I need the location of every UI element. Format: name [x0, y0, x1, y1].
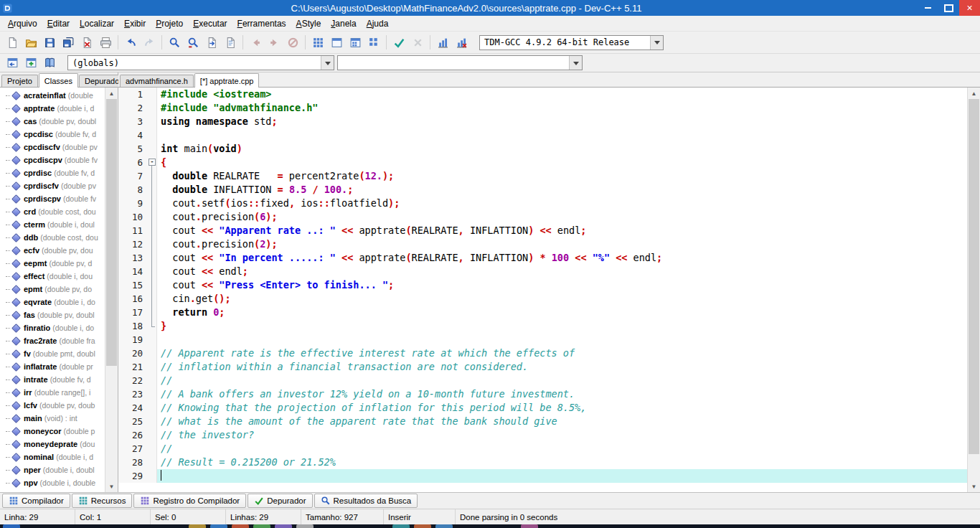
line-number[interactable]: 2: [118, 101, 147, 115]
code-line[interactable]: 28// Result = 0.215200 or 21.52%: [118, 456, 967, 469]
code-line[interactable]: 18}: [118, 319, 967, 333]
code-line[interactable]: 27//: [118, 442, 967, 456]
menu-ajuda[interactable]: Ajuda: [362, 17, 394, 30]
editor-scrollbar[interactable]: ▲▼: [967, 88, 980, 492]
line-number[interactable]: 10: [118, 210, 147, 224]
code-text[interactable]: return 0;: [157, 306, 967, 319]
line-number[interactable]: 13: [118, 251, 147, 265]
line-number[interactable]: 4: [118, 128, 147, 142]
taskbar[interactable]: [0, 524, 980, 528]
tab-registro-do-compilador[interactable]: Registro do Compilador: [133, 494, 246, 508]
taskbar-icon[interactable]: [275, 524, 292, 528]
menu-executar[interactable]: Executar: [188, 17, 232, 30]
code-line[interactable]: 14 cout << endl;: [118, 265, 967, 278]
class-item[interactable]: effect(double i, dou: [0, 270, 105, 283]
taskbar-icon[interactable]: [296, 524, 314, 528]
line-number[interactable]: 27: [118, 442, 147, 456]
chevron-down-icon[interactable]: [650, 36, 663, 50]
class-item[interactable]: ddb(double cost, dou: [0, 231, 105, 244]
code-text[interactable]: int main(void): [157, 142, 967, 156]
code-text[interactable]: {: [157, 156, 967, 169]
code-line[interactable]: 9 cout.setf(ios::fixed, ios::floatfield)…: [118, 197, 967, 210]
code-line[interactable]: 26// the investor?: [118, 428, 967, 442]
chevron-down-icon[interactable]: [321, 56, 334, 70]
goto-line-button[interactable]: [202, 34, 221, 51]
line-number[interactable]: 25: [118, 415, 147, 428]
menu-projeto[interactable]: Projeto: [151, 17, 188, 30]
class-list-scrollbar[interactable]: ▲▼: [105, 88, 118, 492]
menu-astyle[interactable]: AStyle: [291, 17, 326, 30]
abort-compile-button[interactable]: [408, 34, 427, 51]
open-button[interactable]: [22, 34, 40, 51]
code-line[interactable]: 22//: [118, 374, 967, 387]
code-line[interactable]: 25// what is the amount of the apparent …: [118, 415, 967, 428]
class-item[interactable]: acrateinflat(double: [0, 89, 105, 102]
line-number[interactable]: 18: [118, 319, 147, 333]
scroll-down-button[interactable]: ▼: [105, 481, 118, 492]
code-line[interactable]: 6-{: [118, 156, 967, 169]
class-item[interactable]: cterm(double i, doul: [0, 218, 105, 231]
close-button[interactable]: ×: [959, 0, 980, 16]
back-button[interactable]: [246, 34, 265, 51]
tab-resultados-da-busca[interactable]: Resultados da Busca: [314, 494, 418, 508]
taskbar-icon[interactable]: [210, 524, 227, 528]
code-text[interactable]: #include <iostream>: [157, 88, 967, 101]
class-item[interactable]: moneycor(double p: [0, 425, 105, 438]
code-text[interactable]: double REALRATE = percent2rate(12.);: [157, 169, 967, 183]
class-item[interactable]: nominal(double i, d: [0, 451, 105, 463]
taskbar-icon[interactable]: [435, 524, 453, 528]
taskbar-icon[interactable]: [232, 524, 249, 528]
close-file-button[interactable]: [77, 34, 96, 51]
code-line[interactable]: 17 return 0;: [118, 306, 967, 319]
line-number[interactable]: 14: [118, 265, 147, 278]
class-item[interactable]: cpcdiscpv(double fv: [0, 154, 105, 166]
syntax-check-button[interactable]: [390, 34, 408, 51]
line-number[interactable]: 3: [118, 115, 147, 128]
scroll-up-button[interactable]: ▲: [968, 88, 980, 99]
taskbar-icon[interactable]: [189, 524, 206, 528]
code-line[interactable]: 5int main(void): [118, 142, 967, 156]
find-replace-button[interactable]: [184, 34, 202, 51]
line-number[interactable]: 1: [118, 88, 147, 101]
class-item[interactable]: epmt(double pv, do: [0, 283, 105, 296]
class-item[interactable]: cprdiscpv(double fv: [0, 192, 105, 205]
minimize-button[interactable]: [918, 0, 938, 16]
line-number[interactable]: 11: [118, 224, 147, 237]
blue-book-button[interactable]: [40, 55, 59, 72]
class-item[interactable]: eqvrate(double i, do: [0, 296, 105, 308]
scrollbar-thumb[interactable]: [969, 99, 979, 454]
code-text[interactable]: // A bank offers an investor 12% yield o…: [157, 387, 967, 401]
tab-depurador[interactable]: Depurador: [248, 494, 312, 508]
code-text[interactable]: [157, 128, 967, 142]
menu-ferramentas[interactable]: Ferramentas: [232, 17, 291, 30]
scrollbar-track[interactable]: [105, 99, 118, 481]
scrollbar-thumb[interactable]: [106, 99, 117, 366]
tab-recursos[interactable]: Recursos: [72, 494, 133, 508]
line-number[interactable]: 22: [118, 374, 147, 387]
scroll-up-button[interactable]: ▲: [105, 88, 118, 99]
line-number[interactable]: 5: [118, 142, 147, 156]
menu-janela[interactable]: Janela: [326, 17, 361, 30]
members-select[interactable]: [337, 55, 583, 70]
line-number[interactable]: 29: [118, 469, 147, 483]
taskbar-icon[interactable]: [414, 524, 431, 528]
code-line[interactable]: 2#include "advmathfinance.h": [118, 101, 967, 115]
incremental-search-button[interactable]: [221, 34, 240, 51]
line-number[interactable]: 8: [118, 183, 147, 197]
class-item[interactable]: ecfv(double pv, dou: [0, 244, 105, 257]
class-item[interactable]: eepmt(double pv, d: [0, 257, 105, 270]
code-text[interactable]: cout.precision(2);: [157, 237, 967, 251]
code-text[interactable]: cout << "Press <Enter> to finish... ";: [157, 278, 967, 292]
code-line[interactable]: 19: [118, 333, 967, 346]
line-number[interactable]: 7: [118, 169, 147, 183]
line-number[interactable]: 23: [118, 387, 147, 401]
class-item[interactable]: cprdiscfv(double pv: [0, 179, 105, 192]
class-item[interactable]: apptrate(double i, d: [0, 102, 105, 115]
menu-arquivo[interactable]: Arquivo: [3, 17, 42, 30]
tab-projeto[interactable]: Projeto: [1, 75, 38, 87]
class-item[interactable]: irr(double range[], i: [0, 386, 105, 399]
code-text[interactable]: [157, 469, 967, 483]
class-item[interactable]: cprdisc(double fv, d: [0, 166, 105, 179]
code-text[interactable]: [157, 333, 967, 346]
code-line[interactable]: 1#include <iostream>: [118, 88, 967, 101]
